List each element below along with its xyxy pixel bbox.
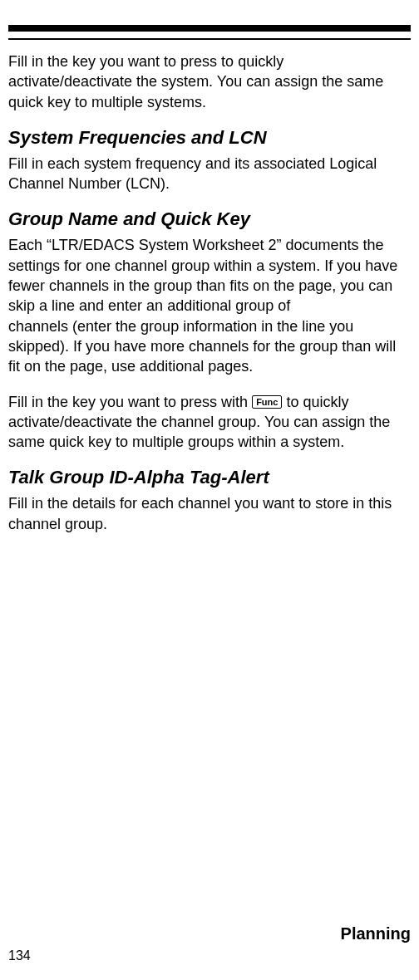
heading-system-frequencies: System Frequencies and LCN — [8, 127, 411, 149]
header-rule-thick — [8, 25, 411, 32]
intro-paragraph: Fill in the key you want to press to qui… — [8, 51, 411, 112]
heading-talk-group: Talk Group ID-Alpha Tag-Alert — [8, 467, 411, 488]
page-footer: Planning 134 — [8, 924, 411, 963]
paragraph-talk-group: Fill in the details for each channel you… — [8, 493, 411, 534]
header-rule-thin — [8, 38, 411, 40]
page-number: 134 — [8, 948, 411, 963]
footer-section-title: Planning — [8, 924, 411, 943]
func-key-icon: Func — [252, 395, 282, 409]
paragraph-group-body1: Each “LTR/EDACS System Worksheet 2” docu… — [8, 235, 411, 376]
paragraph-system-frequencies: Fill in each system frequency and its as… — [8, 154, 411, 194]
group-body2-pre: Fill in the key you want to press with — [8, 394, 252, 410]
heading-group-name: Group Name and Quick Key — [8, 208, 411, 230]
paragraph-group-body2: Fill in the key you want to press with F… — [8, 392, 411, 453]
